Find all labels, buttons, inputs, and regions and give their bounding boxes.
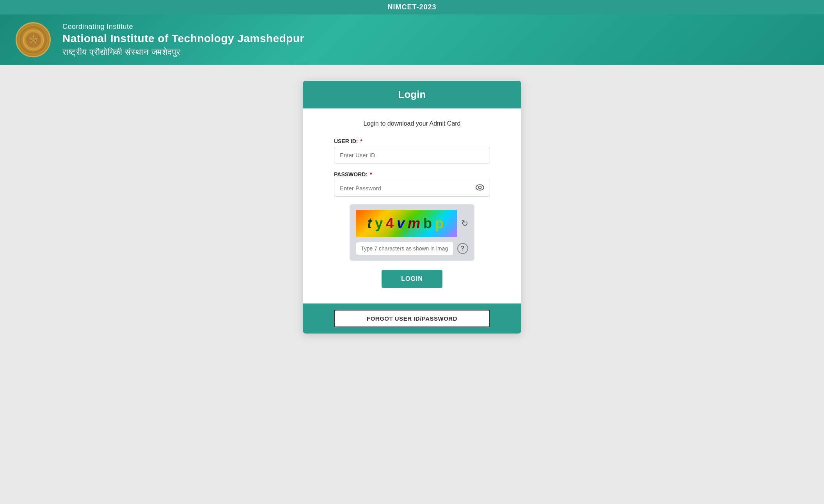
login-card-header: Login (303, 81, 521, 108)
toggle-password-icon[interactable] (475, 184, 485, 193)
login-subtitle: Login to download your Admit Card (334, 120, 490, 127)
password-input[interactable] (334, 180, 490, 197)
user-id-label: USER ID: * (334, 138, 490, 144)
svg-point-10 (479, 186, 481, 189)
svg-point-9 (476, 185, 484, 190)
captcha-char-7: p (435, 215, 446, 232)
logo (16, 22, 51, 57)
password-required: * (370, 171, 372, 177)
captcha-text: t y 4 v m b p (367, 215, 446, 232)
login-btn-wrapper: LOGIN (334, 270, 490, 288)
password-label: PASSWORD: * (334, 171, 490, 177)
login-card-body: Login to download your Admit Card USER I… (303, 108, 521, 303)
captcha-input-row: ? (356, 242, 468, 255)
hindi-name: राष्ट्रीय प्रौद्योगिकी संस्थान जमशेदपुर (62, 47, 304, 57)
user-id-group: USER ID: * (334, 138, 490, 163)
captcha-help-icon[interactable]: ? (457, 243, 468, 254)
captcha-input[interactable] (356, 242, 453, 255)
login-title: Login (311, 89, 513, 101)
top-bar: NIMCET-2023 (0, 0, 824, 14)
user-id-required: * (360, 138, 362, 144)
captcha-char-1: t (367, 215, 374, 232)
captcha-image-row: t y 4 v m b p ↻ (356, 210, 468, 237)
user-id-input[interactable] (334, 147, 490, 163)
captcha-box: t y 4 v m b p ↻ ? (350, 204, 474, 261)
main-content: Login Login to download your Admit Card … (0, 65, 824, 491)
login-card: Login Login to download your Admit Card … (303, 81, 521, 334)
top-bar-title: NIMCET-2023 (387, 3, 436, 11)
captcha-char-2: y (375, 215, 385, 232)
forgot-button[interactable]: FORGOT USER ID/PASSWORD (334, 310, 490, 327)
captcha-char-4: v (397, 215, 407, 232)
captcha-char-3: 4 (386, 215, 396, 232)
captcha-image: t y 4 v m b p (356, 210, 457, 237)
login-button[interactable]: LOGIN (382, 270, 442, 288)
coordinating-label: Coordinating Institute (62, 23, 304, 31)
captcha-char-6: b (423, 215, 434, 232)
captcha-char-5: m (408, 215, 423, 232)
header-text: Coordinating Institute National Institut… (62, 23, 304, 57)
password-group: PASSWORD: * (334, 171, 490, 197)
captcha-container: t y 4 v m b p ↻ ? (334, 204, 490, 261)
logo-emblem-icon (23, 29, 44, 51)
password-wrapper (334, 180, 490, 197)
logo-inner (20, 26, 47, 53)
header: Coordinating Institute National Institut… (0, 14, 824, 65)
institute-name: National Institute of Technology Jamshed… (62, 32, 304, 45)
login-card-footer: FORGOT USER ID/PASSWORD (303, 303, 521, 334)
captcha-refresh-icon[interactable]: ↻ (461, 218, 468, 229)
